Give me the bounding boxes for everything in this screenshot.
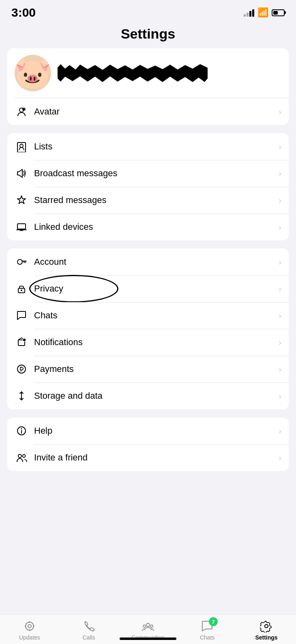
help-chevron: › <box>279 426 281 436</box>
communities-icon <box>142 620 154 633</box>
storage-chevron: › <box>279 391 281 401</box>
section-help: Help › Invite a friend › <box>7 417 289 471</box>
svg-point-10 <box>17 365 26 373</box>
lists-icon <box>15 140 28 153</box>
section-messaging: Lists › Broadcast messages › Starred mes… <box>7 133 289 240</box>
starred-row[interactable]: Starred messages › <box>7 187 289 214</box>
nav-calls[interactable]: Calls <box>64 620 113 641</box>
signal-icon <box>244 9 254 17</box>
broadcast-row[interactable]: Broadcast messages › <box>7 160 289 187</box>
invite-row[interactable]: Invite a friend › <box>7 444 289 471</box>
linked-devices-chevron: › <box>279 223 281 232</box>
svg-point-3 <box>20 144 23 147</box>
lists-label: Lists <box>34 141 279 152</box>
payments-label: Payments <box>34 364 279 374</box>
lists-chevron: › <box>279 142 281 151</box>
people-icon <box>15 451 28 465</box>
svg-point-16 <box>28 625 31 628</box>
updates-nav-label: Updates <box>19 634 40 641</box>
invite-chevron: › <box>279 453 281 462</box>
laptop-icon <box>15 220 28 234</box>
status-time: 3:00 <box>11 6 36 19</box>
broadcast-label: Broadcast messages <box>34 168 279 179</box>
page-header: Settings <box>0 23 296 48</box>
svg-rect-4 <box>17 224 26 229</box>
avatar-row[interactable]: Avatar › <box>7 98 289 125</box>
svg-point-14 <box>23 455 26 458</box>
info-icon <box>15 424 28 438</box>
privacy-label: Privacy <box>34 283 279 294</box>
avatar-chevron: › <box>279 107 281 117</box>
svg-point-13 <box>18 454 21 458</box>
chats-nav-label: Chats <box>200 634 215 641</box>
privacy-row[interactable]: Privacy › <box>7 275 289 302</box>
invite-label: Invite a friend <box>34 452 279 463</box>
status-bar: 3:00 📶 <box>0 0 296 23</box>
svg-point-21 <box>146 623 150 627</box>
nav-settings[interactable]: Settings <box>242 620 291 641</box>
avatar-label: Avatar <box>34 106 279 117</box>
starred-label: Starred messages <box>34 195 279 205</box>
status-icons: 📶 <box>244 7 285 18</box>
notifications-row[interactable]: Notifications › <box>7 329 289 356</box>
svg-point-22 <box>143 625 146 627</box>
payments-row[interactable]: Payments › <box>7 356 289 383</box>
broadcast-chevron: › <box>279 169 281 178</box>
starred-chevron: › <box>279 196 281 205</box>
avatar: 🐷 <box>15 55 51 91</box>
profile-card[interactable]: 🐷 Avatar › <box>7 48 289 125</box>
chats-row[interactable]: Chats › <box>7 302 289 329</box>
nav-chats[interactable]: 7 Chats <box>183 620 232 641</box>
wifi-icon: 📶 <box>257 7 268 18</box>
broadcast-icon <box>15 166 28 180</box>
storage-icon <box>15 389 28 403</box>
avatar-menu-icon <box>15 105 28 119</box>
svg-point-24 <box>265 625 268 628</box>
notifications-label: Notifications <box>34 337 279 348</box>
star-icon <box>15 193 28 207</box>
svg-point-9 <box>23 338 26 341</box>
help-label: Help <box>34 426 279 436</box>
settings-nav-icon <box>260 620 273 633</box>
chats-settings-chevron: › <box>279 311 281 320</box>
payment-icon <box>15 362 28 376</box>
profile-name-redacted <box>58 64 208 82</box>
nav-updates[interactable]: Updates <box>5 620 54 641</box>
calls-icon <box>82 620 95 633</box>
storage-row[interactable]: Storage and data › <box>7 383 289 409</box>
updates-icon <box>23 620 36 633</box>
home-indicator <box>120 638 176 640</box>
help-row[interactable]: Help › <box>7 417 289 444</box>
chats-nav-icon: 7 <box>201 620 214 633</box>
profile-name-area <box>58 64 281 82</box>
notification-icon <box>15 335 28 349</box>
storage-label: Storage and data <box>34 391 279 401</box>
chats-badge: 7 <box>209 617 218 626</box>
linked-devices-label: Linked devices <box>34 222 279 232</box>
svg-point-23 <box>150 625 153 627</box>
battery-icon <box>272 9 285 16</box>
svg-point-5 <box>17 259 22 264</box>
calls-nav-label: Calls <box>82 634 95 641</box>
lock-icon <box>15 282 28 296</box>
page-title: Settings <box>121 26 175 41</box>
settings-nav-label: Settings <box>255 634 277 641</box>
chat-icon <box>15 309 28 322</box>
privacy-chevron: › <box>279 284 281 294</box>
account-row[interactable]: Account › <box>7 249 289 275</box>
svg-point-15 <box>26 622 34 630</box>
section-settings: Account › Privacy › Chats › <box>7 249 289 409</box>
profile-top-row[interactable]: 🐷 <box>7 48 289 98</box>
key-icon <box>15 255 28 269</box>
lists-row[interactable]: Lists › <box>7 133 289 160</box>
account-chevron: › <box>279 257 281 267</box>
svg-point-7 <box>21 290 22 291</box>
linked-devices-row[interactable]: Linked devices › <box>7 214 289 240</box>
chats-settings-label: Chats <box>34 310 279 321</box>
svg-point-12 <box>21 428 22 430</box>
payments-chevron: › <box>279 365 281 374</box>
account-label: Account <box>34 257 279 267</box>
notifications-chevron: › <box>279 338 281 347</box>
